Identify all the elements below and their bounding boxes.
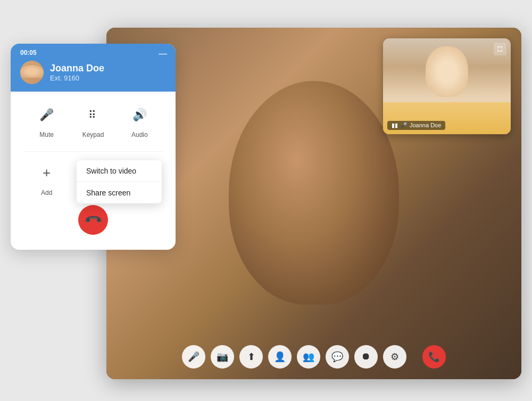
end-call-button[interactable]: 📞 xyxy=(78,205,108,235)
minimize-button[interactable]: — xyxy=(159,49,167,59)
switch-to-video-item[interactable]: Switch to video xyxy=(77,160,162,182)
mute-label: Mute xyxy=(39,131,54,138)
action-row-1: 🎤 Mute ⠿ Keypad 🔊 Audio xyxy=(23,102,163,138)
video-toolbar-mic-button[interactable]: 🎤 xyxy=(182,345,205,369)
scene: ▮▮ 🎤 Joanna Doe 🎤 📷 ⬆ 👤 👥 💬 ⏺ ⚙ 📞 xyxy=(11,12,521,390)
audio-icon: 🔊 xyxy=(127,102,152,128)
call-timer: 00:05 xyxy=(20,49,37,56)
audio-button[interactable]: 🔊 Audio xyxy=(127,102,152,138)
end-call-icon: 📞 xyxy=(83,210,103,230)
add-icon: + xyxy=(34,160,60,186)
caller-info: Joanna Doe Ext. 9160 xyxy=(50,63,104,82)
call-panel-header: 00:05 — Joanna Doe Ext. 9160 xyxy=(11,44,176,92)
mute-button[interactable]: 🎤 Mute xyxy=(34,102,60,138)
dropdown-menu: Switch to video Share screen xyxy=(77,160,162,203)
end-call-panel: 📞 xyxy=(23,205,163,239)
thumbnail-name-bar: ▮▮ 🎤 Joanna Doe xyxy=(387,121,445,130)
call-panel: 00:05 — Joanna Doe Ext. 9160 🎤 Mute ⠿ Ke… xyxy=(11,44,176,250)
video-toolbar-video-button[interactable]: 📷 xyxy=(211,345,234,369)
thumbnail-face xyxy=(383,38,511,134)
caller-name: Joanna Doe xyxy=(50,63,104,74)
call-panel-body: 🎤 Mute ⠿ Keypad 🔊 Audio + Add xyxy=(11,92,176,250)
video-toolbar-chat-button[interactable]: 💬 xyxy=(326,345,349,369)
panel-divider xyxy=(23,151,163,152)
share-screen-item[interactable]: Share screen xyxy=(77,182,162,203)
audio-label: Audio xyxy=(131,131,148,138)
keypad-button[interactable]: ⠿ Keypad xyxy=(80,102,106,138)
add-call-button[interactable]: + Add xyxy=(34,160,60,197)
video-toolbar-people-button[interactable]: 👥 xyxy=(297,345,320,369)
thumbnail-signal-icon: ▮▮ xyxy=(392,122,398,129)
video-toolbar-add-person-button[interactable]: 👤 xyxy=(268,345,292,369)
video-toolbar-share-button[interactable]: ⬆ xyxy=(239,345,263,369)
caller-avatar xyxy=(20,61,44,84)
video-toolbar-end-call-button[interactable]: 📞 xyxy=(422,345,446,369)
expand-button[interactable] xyxy=(494,43,506,55)
thumbnail-mic-icon: 🎤 xyxy=(400,122,408,129)
keypad-label: Keypad xyxy=(82,131,104,138)
mute-icon: 🎤 xyxy=(34,102,60,128)
video-toolbar: 🎤 📷 ⬆ 👤 👥 💬 ⏺ ⚙ 📞 xyxy=(106,345,521,369)
add-label: Add xyxy=(41,189,52,197)
video-toolbar-settings-button[interactable]: ⚙ xyxy=(383,345,406,369)
keypad-icon: ⠿ xyxy=(80,102,106,128)
expand-icon xyxy=(496,45,504,53)
video-toolbar-record-button[interactable]: ⏺ xyxy=(354,345,378,369)
video-thumbnail: ▮▮ 🎤 Joanna Doe xyxy=(383,38,511,134)
person-face xyxy=(229,81,399,305)
thumbnail-caller-name: Joanna Doe xyxy=(410,122,441,128)
action-row-2: + Add 🎥 ••• Actions Switch to video Shar… xyxy=(23,160,163,197)
caller-ext: Ext. 9160 xyxy=(50,74,104,82)
